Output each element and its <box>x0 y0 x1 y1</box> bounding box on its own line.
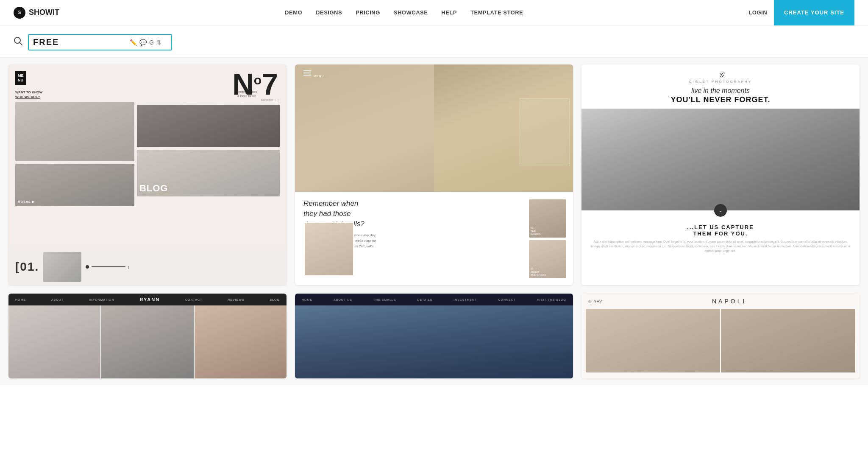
maple-hamburger-icon <box>303 70 311 76</box>
sort-icon: ⇅ <box>156 39 161 46</box>
city-nav-details: DETAILS <box>417 298 432 301</box>
maple-hands-photo <box>303 221 354 277</box>
template-card-napoli[interactable]: ◎ NAV NAPOLI <box>581 294 860 378</box>
nav-template-store[interactable]: TEMPLATE STORE <box>470 9 523 16</box>
chat-icon: 💬 <box>139 39 147 46</box>
ciwlet-tagline-italic: live in the moments <box>590 87 851 95</box>
menu-badge: MENU <box>15 71 26 85</box>
ryann-nav-contact: CONTACT <box>185 298 202 301</box>
ryann-nav-about: ABOUT <box>51 298 64 301</box>
template-card-ryann[interactable]: HOME ABOUT INFORMATION RYANN CONTACT REV… <box>8 294 287 378</box>
template-card-maple[interactable]: MENU MaplePhotographyCo. Remember whenth… <box>295 64 573 285</box>
ciwlet-main-photo: ⌄ <box>581 109 860 210</box>
ryann-nav-blog: BLOG <box>270 298 280 301</box>
template-grid: MENU No7 Crafting brands& ideas for life… <box>8 64 860 378</box>
template-card-no7[interactable]: MENU No7 Crafting brands& ideas for life… <box>8 64 287 285</box>
logo-icon: S <box>14 7 25 19</box>
nav-pricing[interactable]: PRICING <box>356 9 380 16</box>
header-right: LOGIN CREATE YOUR SITE <box>748 0 854 25</box>
napoli-photos <box>586 309 855 372</box>
svg-line-1 <box>20 43 22 45</box>
template-card-city[interactable]: HOME ABOUT US THE SMALLS DETAILS INVESTM… <box>295 294 573 378</box>
ciwlet-capture-sub-text: THEM FOR YOU. <box>590 230 851 237</box>
search-input-icons: ✏️ 💬 G ⇅ <box>130 39 161 46</box>
ryann-brand: RYANN <box>139 297 160 302</box>
pencil-icon: ✏️ <box>130 39 137 46</box>
city-nav-connect: CONNECT <box>498 298 516 301</box>
login-link[interactable]: LOGIN <box>748 9 767 16</box>
city-nav: HOME ABOUT US THE SMALLS DETAILS INVESTM… <box>295 294 573 305</box>
ciwlet-photo-inner <box>581 109 860 210</box>
napoli-top: ◎ NAV NAPOLI <box>581 294 860 309</box>
no7-bottom-strip: [01. ] <box>8 247 287 285</box>
search-icon <box>14 36 23 48</box>
city-nav-investment: INVESTMENT <box>453 298 477 301</box>
nav-designs[interactable]: DESIGNS <box>316 9 342 16</box>
city-nav-blog: visit the blog <box>537 298 566 301</box>
ciwlet-description: Add a short description and welcome mess… <box>590 239 851 254</box>
nav-help[interactable]: HELP <box>441 9 457 16</box>
city-hero-photo <box>295 305 573 378</box>
nav-demo[interactable]: DEMO <box>285 9 302 16</box>
ryann-photo-2 <box>101 305 193 378</box>
no7-number: No7 <box>232 70 278 99</box>
city-nav-home: HOME <box>302 298 312 301</box>
search-bar-container: ✏️ 💬 G ⇅ <box>0 25 868 58</box>
template-card-ciwlet[interactable]: 𝒢 CIWLET PHOTOGRAPHY live in the moments… <box>581 64 860 285</box>
ryann-nav: HOME ABOUT INFORMATION RYANN CONTACT REV… <box>8 294 287 305</box>
search-input[interactable] <box>33 37 126 47</box>
no7-inner: MENU No7 Crafting brands& ideas for life… <box>8 64 287 247</box>
napoli-nav-icon: ◎ NAV <box>588 299 602 303</box>
ciwlet-capture-text: ...LET US CAPTURE <box>590 224 851 230</box>
napoli-brand: NAPOLI <box>606 298 853 305</box>
ryann-photo-grid <box>8 305 287 378</box>
ryann-nav-information: INFORMATION <box>89 298 114 301</box>
ciwlet-down-arrow-icon[interactable]: ⌄ <box>714 204 727 217</box>
no7-hat-image <box>43 252 81 282</box>
maple-menu-text: MENU <box>314 75 324 78</box>
header: S SHOWIT DEMO DESIGNS PRICING SHOWCASE H… <box>0 0 868 25</box>
ciwlet-tagline-bold: YOU'LL NEVER FORGET. <box>590 95 851 104</box>
ryann-nav-home: HOME <box>15 298 26 301</box>
city-nav-smalls: THE SMALLS <box>373 298 396 301</box>
city-nav-about: ABOUT US <box>334 298 352 301</box>
logo-text: SHOWIT <box>29 8 59 17</box>
main-nav: DEMO DESIGNS PRICING SHOWCASE HELP TEMPL… <box>285 9 523 16</box>
ryann-photo-1 <box>8 305 100 378</box>
logo[interactable]: S SHOWIT <box>14 7 59 19</box>
create-site-button[interactable]: CREATE YOUR SITE <box>774 0 854 25</box>
ciwlet-brand: CIWLET PHOTOGRAPHY <box>590 80 851 84</box>
nav-showcase[interactable]: SHOWCASE <box>394 9 428 16</box>
ciwlet-top: 𝒢 CIWLET PHOTOGRAPHY live in the moments… <box>581 64 860 109</box>
maple-hero: MENU MaplePhotographyCo. <box>295 64 573 192</box>
main-content: MENU No7 Crafting brands& ideas for life… <box>0 58 868 385</box>
maple-thumbnails: 01.THEIMAGES 02.ABOUTTHE STUDIO <box>529 199 566 278</box>
napoli-photo-right <box>721 309 855 372</box>
search-input-wrap[interactable]: ✏️ 💬 G ⇅ <box>28 34 172 50</box>
google-icon: G <box>149 39 154 46</box>
ryann-nav-reviews: REVIEWS <box>228 298 244 301</box>
ryann-photo-3 <box>195 305 287 378</box>
ciwlet-lower: ...LET US CAPTURE THEM FOR YOU. Add a sh… <box>581 210 860 259</box>
napoli-photo-left <box>586 309 721 372</box>
